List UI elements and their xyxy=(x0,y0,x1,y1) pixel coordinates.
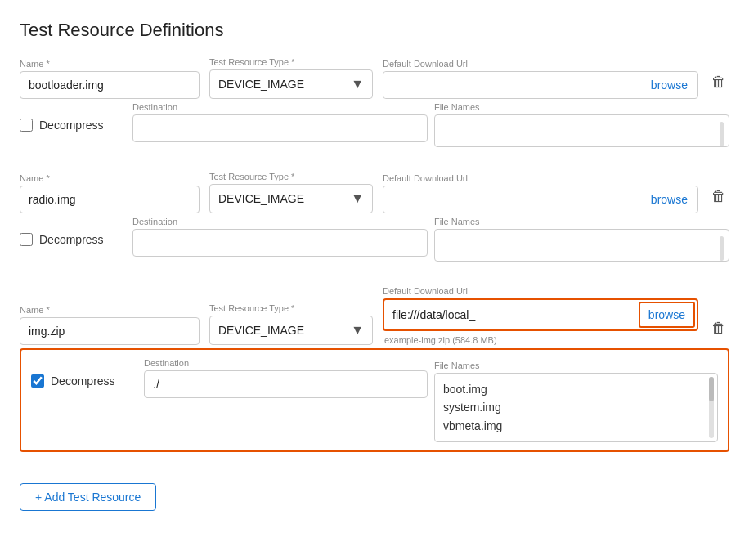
decompress-row-2: Decompress Destination File Names xyxy=(20,217,729,265)
destination-area-1: Destination xyxy=(132,102,428,142)
decompress-label-2: Decompress xyxy=(39,233,104,246)
decompress-label-1: Decompress xyxy=(39,119,104,132)
download-url-label: Default Download Url xyxy=(383,286,698,296)
destination-input-3[interactable] xyxy=(144,370,428,398)
download-url-inner-2: browse xyxy=(383,186,698,213)
resource-type-field-2: Test Resource Type * DEVICE_IMAGE ▼ xyxy=(209,172,373,213)
trash-icon: 🗑 xyxy=(711,320,726,337)
filenames-empty-indicator-2 xyxy=(720,236,724,261)
name-input-3[interactable] xyxy=(20,317,200,345)
resource-type-value-2: DEVICE_IMAGE xyxy=(218,192,304,205)
delete-button-3[interactable]: 🗑 xyxy=(708,313,729,343)
resource-section-1: Name * Test Resource Type * DEVICE_IMAGE… xyxy=(20,57,729,165)
destination-area-3: Destination xyxy=(144,358,428,398)
decompress-row-inner-2: Decompress Destination File Names xyxy=(20,217,729,262)
resource-type-label: Test Resource Type * xyxy=(209,303,373,313)
decompress-checkbox-area-3: Decompress xyxy=(31,374,137,388)
name-field-1: Name * xyxy=(20,59,200,99)
trash-icon: 🗑 xyxy=(711,188,726,205)
resource-row-3: Name * Test Resource Type * DEVICE_IMAGE… xyxy=(20,286,729,345)
resources-container: Name * Test Resource Type * DEVICE_IMAGE… xyxy=(20,57,729,467)
name-input-2[interactable] xyxy=(20,186,200,213)
browse-link-3[interactable]: browse xyxy=(639,302,695,328)
resource-row-2: Name * Test Resource Type * DEVICE_IMAGE… xyxy=(20,172,729,213)
resource-section-2: Name * Test Resource Type * DEVICE_IMAGE… xyxy=(20,172,729,280)
dropdown-arrow-icon: ▼ xyxy=(351,191,364,206)
decompress-row-1: Decompress Destination File Names xyxy=(20,102,729,150)
resource-type-select-1[interactable]: DEVICE_IMAGE ▼ xyxy=(209,69,373,99)
destination-label-3: Destination xyxy=(144,358,428,368)
download-url-inner-3: browse xyxy=(383,298,698,331)
resource-section-3: Name * Test Resource Type * DEVICE_IMAGE… xyxy=(20,286,729,467)
dropdown-arrow-icon: ▼ xyxy=(351,323,364,338)
filename-item: boot.img xyxy=(443,380,702,398)
filenames-empty-indicator-1 xyxy=(720,122,724,146)
decompress-checkbox-3[interactable] xyxy=(31,374,44,388)
delete-button-2[interactable]: 🗑 xyxy=(708,181,729,212)
name-field-3: Name * xyxy=(20,305,200,345)
destination-area-2: Destination xyxy=(132,217,428,257)
decompress-label-3: Decompress xyxy=(51,374,115,388)
resource-type-label: Test Resource Type * xyxy=(209,172,373,181)
destination-label-2: Destination xyxy=(132,217,428,226)
filenames-content-2 xyxy=(434,229,729,262)
destination-label-1: Destination xyxy=(132,102,428,112)
resource-row-1: Name * Test Resource Type * DEVICE_IMAGE… xyxy=(20,57,729,99)
resource-type-label: Test Resource Type * xyxy=(209,57,373,67)
download-url-input-3[interactable] xyxy=(384,302,637,328)
resource-type-field-3: Test Resource Type * DEVICE_IMAGE ▼ xyxy=(209,303,373,345)
name-label: Name * xyxy=(20,173,200,183)
file-hint-3: example-img.zip (584.8 MB) xyxy=(384,335,698,345)
filenames-content-3: boot.imgsystem.imgvbmeta.img xyxy=(434,373,718,442)
destination-input-2[interactable] xyxy=(132,229,428,257)
filenames-label-3: File Names xyxy=(434,361,718,370)
download-url-label: Default Download Url xyxy=(383,59,698,69)
filenames-area-2: File Names xyxy=(434,217,729,262)
page-title: Test Resource Definitions xyxy=(20,20,729,41)
filenames-scrollbar-3[interactable] xyxy=(709,377,714,438)
decompress-checkbox-1[interactable] xyxy=(20,119,33,132)
filenames-area-3: File Namesboot.imgsystem.imgvbmeta.img xyxy=(434,358,718,442)
browse-link-1[interactable]: browse xyxy=(641,72,697,98)
name-label: Name * xyxy=(20,305,200,315)
decompress-row-3: Decompress Destination File Namesboot.im… xyxy=(20,348,729,452)
download-url-input-1[interactable] xyxy=(383,72,641,98)
decompress-checkbox-area-1: Decompress xyxy=(20,119,126,132)
browse-link-2[interactable]: browse xyxy=(641,186,697,213)
decompress-row-inner-3: Decompress Destination File Namesboot.im… xyxy=(31,358,718,442)
destination-input-1[interactable] xyxy=(132,114,428,142)
delete-button-1[interactable]: 🗑 xyxy=(708,67,729,97)
filenames-label-1: File Names xyxy=(434,102,729,112)
resource-type-field-1: Test Resource Type * DEVICE_IMAGE ▼ xyxy=(209,57,373,99)
resource-type-value-1: DEVICE_IMAGE xyxy=(218,78,304,91)
filenames-scrollbar-thumb-3 xyxy=(709,377,714,401)
decompress-checkbox-2[interactable] xyxy=(20,233,33,246)
filenames-area-1: File Names xyxy=(434,102,729,147)
resource-type-select-2[interactable]: DEVICE_IMAGE ▼ xyxy=(209,184,373,213)
filename-item: system.img xyxy=(443,398,702,416)
name-field-2: Name * xyxy=(20,173,200,213)
filename-item: vbmeta.img xyxy=(443,417,702,435)
download-url-label: Default Download Url xyxy=(383,173,698,183)
decompress-checkbox-area-2: Decompress xyxy=(20,233,126,246)
download-url-inner-1: browse xyxy=(383,71,698,99)
add-resource-button[interactable]: + Add Test Resource xyxy=(20,483,156,511)
name-label: Name * xyxy=(20,59,200,69)
filenames-label-2: File Names xyxy=(434,217,729,226)
name-input-1[interactable] xyxy=(20,71,200,99)
filenames-content-1 xyxy=(434,114,729,147)
decompress-row-inner-1: Decompress Destination File Names xyxy=(20,102,729,147)
download-url-field-1: Default Download Url browse xyxy=(383,59,698,99)
download-url-field-2: Default Download Url browse xyxy=(383,173,698,213)
dropdown-arrow-icon: ▼ xyxy=(351,77,364,92)
resource-type-value-3: DEVICE_IMAGE xyxy=(218,324,304,337)
download-url-field-3: Default Download Url browse example-img.… xyxy=(383,286,698,345)
resource-type-select-3[interactable]: DEVICE_IMAGE ▼ xyxy=(209,316,373,345)
trash-icon: 🗑 xyxy=(711,74,726,91)
download-url-input-2[interactable] xyxy=(383,186,641,213)
